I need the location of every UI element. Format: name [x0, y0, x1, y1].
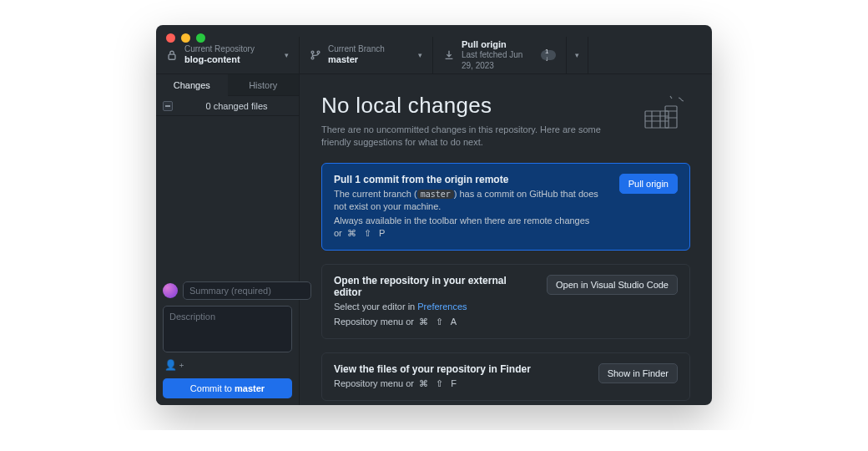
repo-name: blog-content	[184, 54, 255, 66]
tab-history[interactable]: History	[228, 74, 300, 96]
main-panel: No local changes There are no uncommitte…	[300, 74, 712, 405]
card-pull-title: Pull 1 commit from the origin remote	[334, 174, 608, 185]
svg-point-2	[311, 57, 314, 59]
add-coauthor-button[interactable]: 👤﹢	[163, 358, 292, 372]
left-panel: Changes History 0 changed files 👤﹢ Commi…	[156, 74, 300, 405]
commit-button[interactable]: Commit to master	[163, 378, 292, 398]
preferences-link[interactable]: Preferences	[417, 302, 467, 312]
card-pull-desc: The current branch (master) has a commit…	[334, 188, 608, 213]
empty-file-list	[156, 116, 299, 275]
pull-badge: 1 ↓	[541, 50, 556, 60]
pull-origin-button[interactable]: Pull origin	[619, 174, 678, 194]
branch-kicker: Current Branch	[328, 44, 385, 55]
branch-selector[interactable]: Current Branch master ▾	[300, 37, 433, 73]
chevron-down-icon: ▾	[575, 51, 579, 59]
tab-changes[interactable]: Changes	[156, 74, 228, 96]
card-finder: View the files of your repository in Fin…	[321, 352, 690, 401]
changed-files-header[interactable]: 0 changed files	[156, 96, 299, 116]
card-finder-title: View the files of your repository in Fin…	[334, 363, 587, 375]
open-editor-button[interactable]: Open in Visual Studio Code	[547, 275, 678, 295]
chevron-down-icon: ▾	[285, 51, 289, 59]
lock-icon	[166, 49, 178, 61]
card-finder-hint: Repository menu or ⌘ ⇧ F	[334, 378, 587, 390]
svg-point-3	[317, 51, 320, 53]
app-window: Current Repository blog-content ▾ Curren…	[156, 25, 712, 405]
select-all-checkbox[interactable]	[163, 101, 173, 111]
show-finder-button[interactable]: Show in Finder	[598, 363, 678, 383]
repo-kicker: Current Repository	[184, 44, 255, 55]
card-pull-hint: Always available in the toolbar when the…	[334, 215, 608, 240]
page-subtitle: There are no uncommitted changes in this…	[321, 124, 622, 149]
illustration-icon	[640, 93, 690, 133]
svg-rect-0	[169, 54, 175, 59]
card-editor-title: Open the repository in your external edi…	[334, 275, 535, 298]
svg-point-1	[311, 51, 314, 53]
commit-description-input[interactable]	[163, 306, 292, 352]
toolbar-overflow-button[interactable]: ▾	[567, 37, 588, 73]
commit-summary-input[interactable]	[183, 281, 311, 300]
pull-subtitle: Last fetched Jun 29, 2023	[462, 50, 534, 71]
repo-selector[interactable]: Current Repository blog-content ▾	[156, 37, 300, 73]
window-titlebar	[156, 25, 712, 37]
top-toolbar: Current Repository blog-content ▾ Curren…	[156, 37, 712, 74]
left-tabs: Changes History	[156, 74, 299, 96]
pull-origin-toolbar-button[interactable]: Pull origin Last fetched Jun 29, 2023 1 …	[433, 37, 567, 73]
pull-title: Pull origin	[462, 39, 534, 51]
svg-rect-5	[665, 106, 677, 128]
card-editor-hint: Repository menu or ⌘ ⇧ A	[334, 316, 535, 328]
card-editor: Open the repository in your external edi…	[321, 264, 690, 339]
chevron-down-icon: ▾	[418, 51, 422, 59]
download-icon	[443, 49, 455, 61]
page-title: No local changes	[321, 93, 622, 119]
changed-files-count: 0 changed files	[181, 101, 292, 111]
git-branch-icon	[310, 49, 321, 61]
card-editor-desc: Select your editor in Preferences	[334, 301, 535, 313]
commit-form: 👤﹢ Commit to master	[156, 275, 299, 405]
avatar	[163, 283, 178, 298]
card-pull: Pull 1 commit from the origin remote The…	[321, 163, 690, 251]
branch-name: master	[328, 54, 385, 66]
